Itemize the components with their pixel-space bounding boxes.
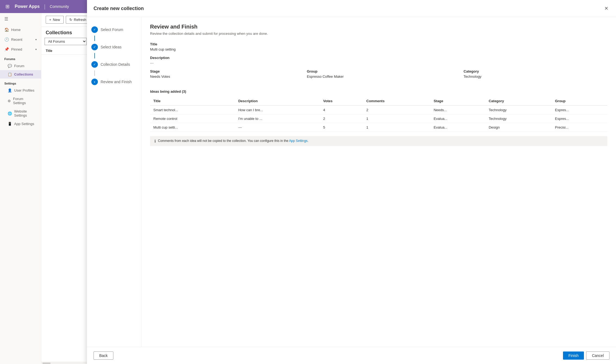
cell-desc-2: I'm unable to ... <box>235 114 320 123</box>
website-settings-icon: 🌐 <box>8 111 12 116</box>
wizard-step-select-ideas-label: Select Ideas <box>101 45 122 49</box>
step-circle-select-forum: ✓ <box>91 27 98 33</box>
cell-comments-3: 1 <box>363 123 431 132</box>
chevron-down-icon: ▾ <box>35 48 37 51</box>
cell-category-3: Design <box>486 123 552 132</box>
new-button[interactable]: + New <box>46 16 64 24</box>
col-header-title: Title <box>150 97 235 105</box>
title-field-value: Multi cup setting <box>150 47 607 51</box>
collections-table-header: Title <box>41 47 90 55</box>
info-banner-message: Comments from each idea will not be copi… <box>158 139 289 143</box>
step-circle-select-ideas: ✓ <box>91 44 98 50</box>
sidebar-item-forum-settings[interactable]: ⚙ Forum Settings <box>0 95 41 107</box>
cell-group-2: Espres... <box>552 114 607 123</box>
wizard-step-select-forum-label: Select Forum <box>101 27 123 32</box>
wizard-step-collection-details[interactable]: ✓ Collection Details <box>91 58 137 70</box>
refresh-button[interactable]: ↻ Refresh <box>66 16 90 24</box>
back-button[interactable]: Back <box>94 351 113 360</box>
step-connector-3 <box>94 70 95 76</box>
ideas-table: Title Description Votes Comments Stage C… <box>150 97 607 132</box>
sidebar-item-website-settings[interactable]: 🌐 Website Settings <box>0 107 41 120</box>
forums-section-header: Forums <box>0 54 41 62</box>
cell-votes-3: 5 <box>320 123 363 132</box>
sidebar-item-collections-label: Collections <box>14 72 33 76</box>
sidebar-item-app-settings[interactable]: 📱 App Settings <box>0 120 41 128</box>
description-field-value: --- <box>150 61 607 65</box>
cell-group-3: Precisi... <box>552 123 607 132</box>
group-label: Group <box>307 69 451 73</box>
col-header-stage: Stage <box>430 97 486 105</box>
review-step-title: Review and Finish <box>150 27 607 30</box>
table-row[interactable]: Remote control I'm unable to ... 2 1 Eva… <box>150 114 607 123</box>
table-row[interactable]: Smart technol... How can I bre... 4 2 Ne… <box>150 105 607 114</box>
stage-value: Needs Votes <box>150 74 294 79</box>
dialog-footer: Back Finish Cancel <box>87 347 616 364</box>
description-field-label: Description <box>150 56 607 60</box>
sidebar-item-forum-label: Forum <box>14 64 24 68</box>
waffle-icon[interactable]: ⊞ <box>3 2 11 11</box>
title-field-label: Title <box>150 42 607 46</box>
hamburger-button[interactable]: ☰ <box>0 13 41 25</box>
wizard-step-collection-details-label: Collection Details <box>101 62 130 67</box>
settings-section-header: Settings <box>0 79 41 86</box>
sidebar-item-recent[interactable]: 🕐 Recent ▾ <box>0 35 41 44</box>
horizontal-scrollbar[interactable] <box>41 362 90 364</box>
cancel-button[interactable]: Cancel <box>586 351 609 360</box>
sidebar-item-pinned[interactable]: 📌 Pinned ▾ <box>0 44 41 54</box>
sidebar-item-home[interactable]: 🏠 Home <box>0 25 41 35</box>
sidebar-item-collections[interactable]: 📋 Collections <box>0 70 41 79</box>
info-banner-text: Comments from each idea will not be copi… <box>158 139 309 143</box>
group-value: Espresso Coffee Maker <box>307 74 451 79</box>
table-row[interactable]: Multi cup setti... --- 5 1 Evalua... Des… <box>150 123 607 132</box>
cell-desc-3: --- <box>235 123 320 132</box>
finish-button[interactable]: Finish <box>563 351 584 360</box>
col-header-group: Group <box>552 97 607 105</box>
top-bar-section: Community <box>50 4 69 9</box>
stage-group-category-row: Stage Needs Votes Group Espresso Coffee … <box>150 69 607 83</box>
cell-votes-1: 4 <box>320 105 363 114</box>
info-banner: ℹ Comments from each idea will not be co… <box>150 136 607 146</box>
wizard-step-select-forum[interactable]: ✓ Select Forum <box>91 27 137 36</box>
col-header-votes: Votes <box>320 97 363 105</box>
top-bar-divider: | <box>44 4 45 10</box>
scroll-thumb <box>42 363 51 364</box>
sidebar-item-website-settings-label: Website Settings <box>14 109 37 117</box>
cell-title-3: Multi cup setti... <box>150 123 235 132</box>
forum-icon: 💬 <box>8 64 12 68</box>
info-icon: ℹ <box>154 139 156 143</box>
forum-settings-icon: ⚙ <box>8 99 11 103</box>
home-icon: 🏠 <box>4 27 9 32</box>
app-settings-link[interactable]: App Settings <box>289 139 307 143</box>
step-connector-1 <box>94 36 95 41</box>
group-field: Group Espresso Coffee Maker <box>307 69 451 83</box>
cell-title-2: Remote control <box>150 114 235 123</box>
cell-category-2: Technology <box>486 114 552 123</box>
cell-stage-1: Needs... <box>430 105 486 114</box>
sidebar-item-user-profiles[interactable]: 👤 User Profiles <box>0 86 41 95</box>
new-button-label: New <box>53 18 60 22</box>
main-layout: ☰ 🏠 Home 🕐 Recent ▾ 📌 Pinned ▾ Forums 💬 … <box>0 13 616 364</box>
cell-category-1: Technology <box>486 105 552 114</box>
user-profiles-icon: 👤 <box>8 88 12 92</box>
dialog-body: ✓ Select Forum ✓ Select Ideas ✓ Collecti… <box>87 27 616 347</box>
collections-title: Collections <box>41 27 90 38</box>
recent-icon: 🕐 <box>4 37 9 42</box>
step-circle-review-finish: ● <box>91 79 98 85</box>
step-connector-2 <box>94 53 95 58</box>
wizard-step-select-ideas[interactable]: ✓ Select Ideas <box>91 41 137 53</box>
sidebar-item-forum[interactable]: 💬 Forum <box>0 62 41 70</box>
pin-icon: 📌 <box>4 47 9 51</box>
cell-title-1: Smart technol... <box>150 105 235 114</box>
sidebar-item-pinned-label: Pinned <box>11 47 22 51</box>
ideas-table-header-row: Title Description Votes Comments Stage C… <box>150 97 607 105</box>
cell-votes-2: 2 <box>320 114 363 123</box>
app-name: Power Apps <box>15 4 40 9</box>
cell-stage-2: Evalua... <box>430 114 486 123</box>
col-header-category: Category <box>486 97 552 105</box>
step-circle-collection-details: ✓ <box>91 61 98 68</box>
info-banner-suffix: . <box>307 139 308 143</box>
forum-filter-dropdown[interactable]: All Forums <box>45 38 87 45</box>
wizard-step-review-finish[interactable]: ● Review and Finish <box>91 76 137 88</box>
col-header-comments: Comments <box>363 97 431 105</box>
chevron-down-icon: ▾ <box>35 38 37 41</box>
